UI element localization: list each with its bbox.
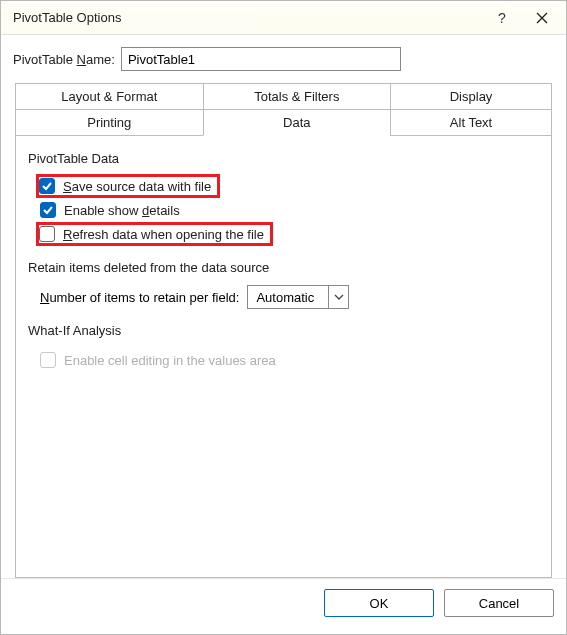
cancel-button[interactable]: Cancel <box>444 589 554 617</box>
cell-editing-label: Enable cell editing in the values area <box>64 353 276 368</box>
refresh-checkbox[interactable] <box>39 226 55 242</box>
tab-data[interactable]: Data <box>203 109 392 136</box>
retain-dropdown[interactable]: Automatic <box>247 285 349 309</box>
name-label: PivotTable Name: <box>13 52 115 67</box>
tab-printing[interactable]: Printing <box>15 109 204 136</box>
pivottable-options-dialog: PivotTable Options ? PivotTable Name: La… <box>0 0 567 635</box>
tab-display[interactable]: Display <box>390 83 552 109</box>
cell-editing-row: Enable cell editing in the values area <box>28 348 539 372</box>
tab-layout-format[interactable]: Layout & Format <box>15 83 204 109</box>
chevron-down-icon <box>328 286 348 308</box>
retain-dropdown-value: Automatic <box>248 290 328 305</box>
save-source-label: Save source data with file <box>63 179 211 194</box>
pivottable-name-input[interactable] <box>121 47 401 71</box>
highlight-save-source: Save source data with file <box>36 174 220 198</box>
help-button[interactable]: ? <box>482 3 522 33</box>
refresh-row: Refresh data when opening the file <box>28 222 539 246</box>
tab-totals-filters[interactable]: Totals & Filters <box>203 83 392 109</box>
titlebar: PivotTable Options ? <box>1 1 566 35</box>
section-whatif: What-If Analysis <box>28 323 539 338</box>
cell-editing-checkbox <box>40 352 56 368</box>
button-bar: OK Cancel <box>1 578 566 634</box>
close-icon <box>536 12 548 24</box>
save-source-row: Save source data with file <box>28 174 539 198</box>
tab-panel-data: PivotTable Data Save source data with fi… <box>15 135 552 578</box>
retain-label: Number of items to retain per field: <box>40 290 239 305</box>
highlight-refresh: Refresh data when opening the file <box>36 222 273 246</box>
show-details-label: Enable show details <box>64 203 180 218</box>
section-retain: Retain items deleted from the data sourc… <box>28 260 539 275</box>
tab-alt-text[interactable]: Alt Text <box>390 109 552 136</box>
save-source-checkbox[interactable] <box>39 178 55 194</box>
tabs: Layout & Format Totals & Filters Display… <box>15 83 552 136</box>
name-row: PivotTable Name: <box>1 35 566 77</box>
section-pivottable-data: PivotTable Data <box>28 151 539 166</box>
retain-row: Number of items to retain per field: Aut… <box>28 285 539 309</box>
tab-area: Layout & Format Totals & Filters Display… <box>1 77 566 578</box>
refresh-label: Refresh data when opening the file <box>63 227 264 242</box>
dialog-title: PivotTable Options <box>13 10 482 25</box>
show-details-row: Enable show details <box>28 198 539 222</box>
ok-button[interactable]: OK <box>324 589 434 617</box>
close-button[interactable] <box>522 3 562 33</box>
show-details-checkbox[interactable] <box>40 202 56 218</box>
